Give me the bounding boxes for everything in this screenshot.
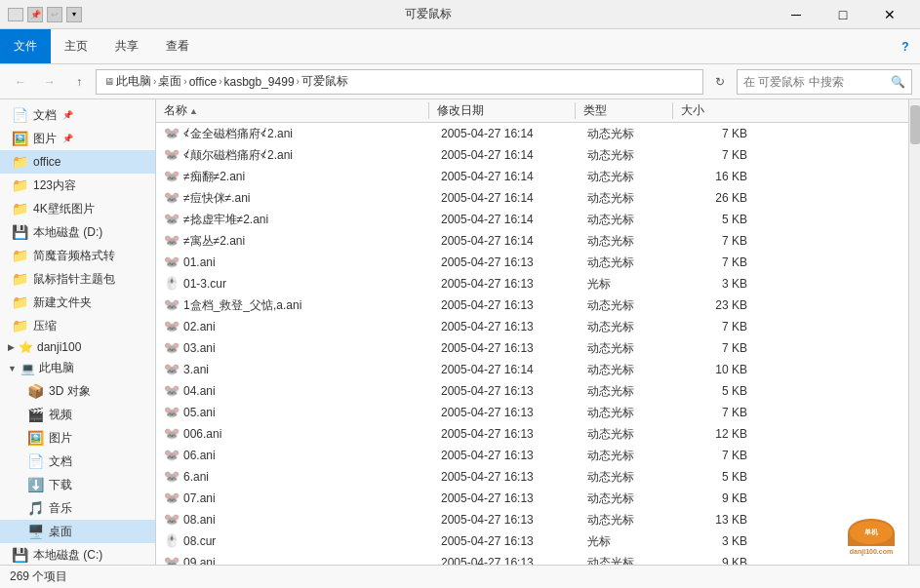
file-name-cell: 🐭 01.ani [160,255,433,270]
file-type-icon: 🐭 [164,147,180,163]
address-part-desktop[interactable]: 桌面 [158,73,181,90]
sidebar-item-documents[interactable]: 📄 文档 📌 [0,103,155,127]
sidebar-item-pic[interactable]: 🖼️ 图片 [0,426,155,450]
sidebar-item-cursor[interactable]: 📁 鼠标指针主题包 [0,267,155,291]
file-type-cell: 动态光标 [580,426,677,443]
file-size-cell: 13 KB [677,513,755,527]
file-size-cell: 26 KB [677,191,755,205]
table-row[interactable]: 🐭 1盒档_救登_父惦,a.ani 2005-04-27 16:13 动态光标 … [156,294,908,316]
address-part-folder[interactable]: 可爱鼠标 [301,73,348,90]
file-type-cell: 动态光标 [580,190,677,207]
table-row[interactable]: 🐭 ≠痴翻≠2.ani 2005-04-27 16:14 动态光标 16 KB [156,166,908,187]
help-button[interactable]: ? [891,29,920,63]
file-name-cell: 🐭 07.ani [160,490,433,506]
file-date-cell: 2005-04-27 16:14 [433,191,580,205]
quick-access-icon[interactable]: 📌 [27,7,43,22]
table-row[interactable]: 🖱️ 01-3.cur 2005-04-27 16:13 光标 3 KB [156,273,908,294]
file-type-cell: 动态光标 [580,490,677,507]
3d-icon: 📦 [27,383,43,399]
maximize-button[interactable]: □ [820,0,865,29]
table-row[interactable]: 🐭 3.ani 2005-04-27 16:14 动态光标 10 KB [156,359,908,380]
sidebar-item-4k[interactable]: 📁 4K壁纸图片 [0,197,155,220]
col-type-header[interactable]: 类型 [576,102,673,119]
sidebar-item-doc[interactable]: 📄 文档 [0,450,155,473]
sidebar-item-3d[interactable]: 📦 3D 对象 [0,379,155,403]
address-part-computer[interactable]: 此电脑 [116,73,151,90]
col-name-header[interactable]: 名称 ▲ [156,102,429,119]
sidebar-item-123[interactable]: 📁 123内容 [0,174,155,197]
sidebar-item-music[interactable]: 🎵 音乐 [0,496,155,520]
tab-file[interactable]: 文件 [0,29,51,63]
up-button[interactable]: ↑ [66,69,92,95]
minimize-button[interactable]: ─ [774,0,819,29]
doc-icon: 📄 [27,453,43,469]
sidebar-item-newfolder[interactable]: 📁 新建文件夹 [0,291,155,314]
table-row[interactable]: 🐭 ≮金全磁档痛府≮2.ani 2005-04-27 16:14 动态光标 7 … [156,123,908,144]
table-row[interactable]: 🐭 03.ani 2005-04-27 16:13 动态光标 7 KB [156,337,908,359]
file-name-cell: 🐭 ≠痘快侎≠.ani [160,190,433,207]
table-row[interactable]: 🐭 02.ani 2005-04-27 16:13 动态光标 7 KB [156,316,908,337]
search-box[interactable]: 🔍 [737,69,912,95]
sidebar-item-download[interactable]: ⬇️ 下载 [0,473,155,496]
sidebar-item-diskd[interactable]: 💾 本地磁盘 (D:) [0,220,155,244]
file-list: 🐭 ≮金全磁档痛府≮2.ani 2005-04-27 16:14 动态光标 7 … [156,123,908,565]
undo-icon[interactable]: ↩ [47,7,62,22]
close-button[interactable]: ✕ [867,0,912,29]
sidebar-item-desktop[interactable]: 🖥️ 桌面 [0,520,155,543]
address-part-kasbgb[interactable]: kasbgb_9499 [224,75,295,89]
table-row[interactable]: 🐭 6.ani 2005-04-27 16:13 动态光标 5 KB [156,466,908,488]
tab-view[interactable]: 查看 [152,29,203,63]
newfolder-icon: 📁 [12,294,27,310]
dropdown-icon[interactable]: ▾ [66,7,82,22]
sidebar-item-video[interactable]: 🎬 视频 [0,403,155,426]
address-part-office[interactable]: office [189,75,217,89]
col-size-header[interactable]: 大小 [673,102,751,119]
titlebar: 📌 ↩ ▾ 可爱鼠标 ─ □ ✕ [0,0,920,29]
titlebar-controls: ─ □ ✕ [774,0,912,29]
table-row[interactable]: 🐭 ≠捻虚牢堆≠2.ani 2005-04-27 16:14 动态光标 5 KB [156,209,908,230]
file-name-cell: 🖱️ 08.cur [160,533,433,549]
refresh-button[interactable]: ↻ [707,69,733,95]
sidebar-item-pictures[interactable]: 🖼️ 图片 📌 [0,127,155,150]
address-box[interactable]: 🖥 此电脑 › 桌面 › office › kasbgb_9499 › 可爱鼠标 [96,69,703,95]
right-scrollbar[interactable] [908,99,920,565]
table-row[interactable]: 🖱️ 08.cur 2005-04-27 16:13 光标 3 KB [156,530,908,552]
file-date-cell: 2005-04-27 16:14 [433,234,580,248]
sep4: › [297,76,300,87]
office-icon: 📁 [12,154,27,170]
table-row[interactable]: 🐭 ≠痘快侎≠.ani 2005-04-27 16:14 动态光标 26 KB [156,187,908,209]
search-input[interactable] [743,75,887,89]
audio-icon: 📁 [12,248,27,263]
sidebar-section-computer[interactable]: ▼ 💻 此电脑 [0,357,155,379]
sidebar-item-diskc[interactable]: 💾 本地磁盘 (C:) [0,543,155,565]
download-icon: ⬇️ [27,477,43,492]
table-row[interactable]: 🐭 05.ani 2005-04-27 16:13 动态光标 7 KB [156,402,908,423]
table-row[interactable]: 🐭 006.ani 2005-04-27 16:13 动态光标 12 KB [156,423,908,445]
file-date-cell: 2005-04-27 16:14 [433,127,580,140]
file-type-icon: 🐭 [164,233,180,249]
table-row[interactable]: 🐭 09.ani 2005-04-27 16:13 动态光标 9 KB [156,552,908,565]
table-row[interactable]: 🐭 08.ani 2005-04-27 16:13 动态光标 13 KB [156,509,908,530]
tab-share[interactable]: 共享 [101,29,152,63]
file-name-cell: 🐭 02.ani [160,319,433,334]
sidebar-item-zip[interactable]: 📁 压缩 [0,314,155,337]
search-icon[interactable]: 🔍 [891,75,905,89]
sidebar-item-audio[interactable]: 📁 简魔音频格式转 [0,244,155,267]
pic-icon: 🖼️ [27,430,43,446]
sidebar-section-danji[interactable]: ▶ ⭐ danji100 [0,337,155,357]
forward-button[interactable]: → [37,69,62,95]
back-button[interactable]: ← [8,69,33,95]
table-row[interactable]: 🐭 07.ani 2005-04-27 16:13 动态光标 9 KB [156,488,908,509]
tab-home[interactable]: 主页 [51,29,101,63]
file-type-icon: 🐭 [164,383,180,399]
file-size-cell: 7 KB [677,127,755,140]
table-row[interactable]: 🐭 01.ani 2005-04-27 16:13 动态光标 7 KB [156,252,908,273]
file-type-cell: 动态光标 [580,297,677,314]
sidebar-item-office[interactable]: 📁 office [0,150,155,174]
col-date-header[interactable]: 修改日期 [429,102,576,119]
table-row[interactable]: 🐭 ≮颠尔磁档痛府≮2.ani 2005-04-27 16:14 动态光标 7 … [156,144,908,166]
file-date-cell: 2005-04-27 16:13 [433,384,580,398]
table-row[interactable]: 🐭 04.ani 2005-04-27 16:13 动态光标 5 KB [156,380,908,402]
table-row[interactable]: 🐭 06.ani 2005-04-27 16:13 动态光标 7 KB [156,445,908,466]
table-row[interactable]: 🐭 ≠寓丛≠2.ani 2005-04-27 16:14 动态光标 7 KB [156,230,908,252]
